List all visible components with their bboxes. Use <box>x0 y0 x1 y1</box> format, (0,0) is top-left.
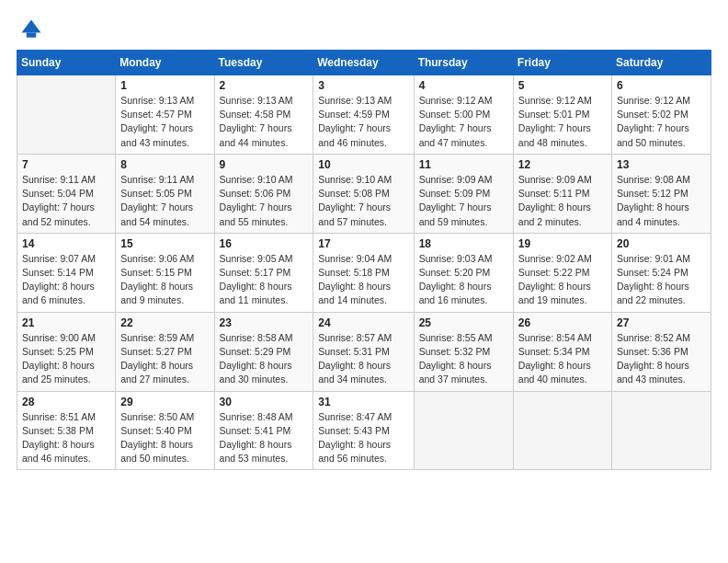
calendar-cell: 22Sunrise: 8:59 AMSunset: 5:27 PMDayligh… <box>116 312 214 391</box>
weekday-header-row: SundayMondayTuesdayWednesdayThursdayFrid… <box>17 51 711 75</box>
day-number: 20 <box>617 237 706 250</box>
day-info: Sunrise: 9:01 AMSunset: 5:24 PMDaylight:… <box>617 252 706 308</box>
day-number: 23 <box>220 316 309 329</box>
day-number: 14 <box>22 237 110 250</box>
calendar-cell: 12Sunrise: 9:09 AMSunset: 5:11 PMDayligh… <box>513 154 611 233</box>
calendar-cell: 5Sunrise: 9:12 AMSunset: 5:01 PMDaylight… <box>513 75 611 155</box>
day-number: 1 <box>120 79 209 92</box>
day-info: Sunrise: 8:47 AMSunset: 5:43 PMDaylight:… <box>318 410 408 466</box>
day-number: 4 <box>419 79 508 92</box>
calendar-cell: 4Sunrise: 9:12 AMSunset: 5:00 PMDaylight… <box>414 75 513 155</box>
day-number: 22 <box>120 316 209 329</box>
weekday-header: Saturday <box>612 51 711 75</box>
calendar-cell <box>17 75 116 155</box>
day-number: 16 <box>220 237 309 250</box>
calendar-cell: 2Sunrise: 9:13 AMSunset: 4:58 PMDaylight… <box>214 75 313 155</box>
calendar-cell: 31Sunrise: 8:47 AMSunset: 5:43 PMDayligh… <box>313 391 414 470</box>
day-info: Sunrise: 9:07 AMSunset: 5:14 PMDaylight:… <box>22 252 110 308</box>
day-number: 10 <box>318 158 408 171</box>
day-number: 5 <box>518 79 607 92</box>
day-info: Sunrise: 9:05 AMSunset: 5:17 PMDaylight:… <box>220 252 309 308</box>
svg-marker-0 <box>22 20 41 33</box>
calendar-cell: 30Sunrise: 8:48 AMSunset: 5:41 PMDayligh… <box>214 391 313 470</box>
day-number: 27 <box>617 316 706 329</box>
calendar-cell: 20Sunrise: 9:01 AMSunset: 5:24 PMDayligh… <box>612 233 711 312</box>
calendar-cell: 7Sunrise: 9:11 AMSunset: 5:04 PMDaylight… <box>17 154 116 233</box>
day-info: Sunrise: 9:10 AMSunset: 5:06 PMDaylight:… <box>220 173 309 229</box>
day-number: 12 <box>518 158 607 171</box>
day-info: Sunrise: 9:02 AMSunset: 5:22 PMDaylight:… <box>518 252 607 308</box>
page: SundayMondayTuesdayWednesdayThursdayFrid… <box>0 0 728 563</box>
day-info: Sunrise: 9:00 AMSunset: 5:25 PMDaylight:… <box>22 331 110 387</box>
calendar-cell: 29Sunrise: 8:50 AMSunset: 5:40 PMDayligh… <box>116 391 214 470</box>
day-number: 29 <box>120 396 209 408</box>
calendar-cell: 17Sunrise: 9:04 AMSunset: 5:18 PMDayligh… <box>313 233 414 312</box>
calendar-week-row: 14Sunrise: 9:07 AMSunset: 5:14 PMDayligh… <box>17 233 711 312</box>
day-info: Sunrise: 9:12 AMSunset: 5:01 PMDaylight:… <box>518 94 607 150</box>
day-number: 13 <box>617 158 706 171</box>
calendar-week-row: 1Sunrise: 9:13 AMSunset: 4:57 PMDaylight… <box>17 75 711 155</box>
day-number: 15 <box>120 237 209 250</box>
calendar-cell: 23Sunrise: 8:58 AMSunset: 5:29 PMDayligh… <box>214 312 313 391</box>
calendar-cell: 19Sunrise: 9:02 AMSunset: 5:22 PMDayligh… <box>513 233 611 312</box>
calendar-cell <box>612 391 711 470</box>
day-number: 26 <box>518 316 607 329</box>
calendar-cell: 3Sunrise: 9:13 AMSunset: 4:59 PMDaylight… <box>313 75 414 155</box>
day-number: 17 <box>318 237 408 250</box>
calendar-week-row: 7Sunrise: 9:11 AMSunset: 5:04 PMDaylight… <box>17 154 711 233</box>
calendar: SundayMondayTuesdayWednesdayThursdayFrid… <box>17 50 711 470</box>
day-info: Sunrise: 8:51 AMSunset: 5:38 PMDaylight:… <box>22 410 110 466</box>
day-number: 30 <box>220 396 309 408</box>
calendar-cell: 27Sunrise: 8:52 AMSunset: 5:36 PMDayligh… <box>612 312 711 391</box>
calendar-cell: 24Sunrise: 8:57 AMSunset: 5:31 PMDayligh… <box>313 312 414 391</box>
day-info: Sunrise: 8:54 AMSunset: 5:34 PMDaylight:… <box>518 331 607 387</box>
day-info: Sunrise: 9:11 AMSunset: 5:04 PMDaylight:… <box>22 173 110 229</box>
weekday-header: Friday <box>513 51 611 75</box>
day-info: Sunrise: 8:50 AMSunset: 5:40 PMDaylight:… <box>120 410 209 466</box>
calendar-cell: 28Sunrise: 8:51 AMSunset: 5:38 PMDayligh… <box>17 391 116 470</box>
day-info: Sunrise: 9:12 AMSunset: 5:00 PMDaylight:… <box>419 94 508 150</box>
weekday-header: Monday <box>116 51 214 75</box>
day-info: Sunrise: 9:09 AMSunset: 5:09 PMDaylight:… <box>419 173 508 229</box>
day-number: 19 <box>518 237 607 250</box>
calendar-cell: 9Sunrise: 9:10 AMSunset: 5:06 PMDaylight… <box>214 154 313 233</box>
day-number: 11 <box>419 158 508 171</box>
day-info: Sunrise: 9:13 AMSunset: 4:59 PMDaylight:… <box>318 94 408 150</box>
calendar-cell: 26Sunrise: 8:54 AMSunset: 5:34 PMDayligh… <box>513 312 611 391</box>
calendar-cell: 21Sunrise: 9:00 AMSunset: 5:25 PMDayligh… <box>17 312 116 391</box>
calendar-cell: 25Sunrise: 8:55 AMSunset: 5:32 PMDayligh… <box>414 312 513 391</box>
calendar-cell: 10Sunrise: 9:10 AMSunset: 5:08 PMDayligh… <box>313 154 414 233</box>
day-info: Sunrise: 9:10 AMSunset: 5:08 PMDaylight:… <box>318 173 408 229</box>
day-number: 18 <box>419 237 508 250</box>
day-number: 3 <box>318 79 408 92</box>
day-info: Sunrise: 8:55 AMSunset: 5:32 PMDaylight:… <box>419 331 508 387</box>
day-info: Sunrise: 8:59 AMSunset: 5:27 PMDaylight:… <box>120 331 209 387</box>
day-info: Sunrise: 9:06 AMSunset: 5:15 PMDaylight:… <box>120 252 209 308</box>
calendar-cell: 15Sunrise: 9:06 AMSunset: 5:15 PMDayligh… <box>116 233 214 312</box>
day-info: Sunrise: 9:03 AMSunset: 5:20 PMDaylight:… <box>419 252 508 308</box>
day-number: 28 <box>22 396 110 408</box>
logo-icon <box>18 17 44 42</box>
calendar-week-row: 28Sunrise: 8:51 AMSunset: 5:38 PMDayligh… <box>17 391 711 470</box>
calendar-cell: 16Sunrise: 9:05 AMSunset: 5:17 PMDayligh… <box>214 233 313 312</box>
day-number: 21 <box>22 316 110 329</box>
day-number: 31 <box>318 396 408 408</box>
weekday-header: Wednesday <box>313 51 414 75</box>
header <box>17 17 711 42</box>
day-info: Sunrise: 9:09 AMSunset: 5:11 PMDaylight:… <box>518 173 607 229</box>
calendar-cell: 8Sunrise: 9:11 AMSunset: 5:05 PMDaylight… <box>116 154 214 233</box>
day-number: 9 <box>220 158 309 171</box>
calendar-cell: 6Sunrise: 9:12 AMSunset: 5:02 PMDaylight… <box>612 75 711 155</box>
day-info: Sunrise: 8:48 AMSunset: 5:41 PMDaylight:… <box>220 410 309 466</box>
day-info: Sunrise: 9:04 AMSunset: 5:18 PMDaylight:… <box>318 252 408 308</box>
day-info: Sunrise: 9:11 AMSunset: 5:05 PMDaylight:… <box>120 173 209 229</box>
weekday-header: Sunday <box>17 51 116 75</box>
logo <box>17 17 44 42</box>
day-number: 24 <box>318 316 408 329</box>
calendar-cell <box>513 391 611 470</box>
day-info: Sunrise: 9:12 AMSunset: 5:02 PMDaylight:… <box>617 94 706 150</box>
calendar-week-row: 21Sunrise: 9:00 AMSunset: 5:25 PMDayligh… <box>17 312 711 391</box>
day-info: Sunrise: 8:52 AMSunset: 5:36 PMDaylight:… <box>617 331 706 387</box>
day-info: Sunrise: 8:57 AMSunset: 5:31 PMDaylight:… <box>318 331 408 387</box>
calendar-cell: 11Sunrise: 9:09 AMSunset: 5:09 PMDayligh… <box>414 154 513 233</box>
